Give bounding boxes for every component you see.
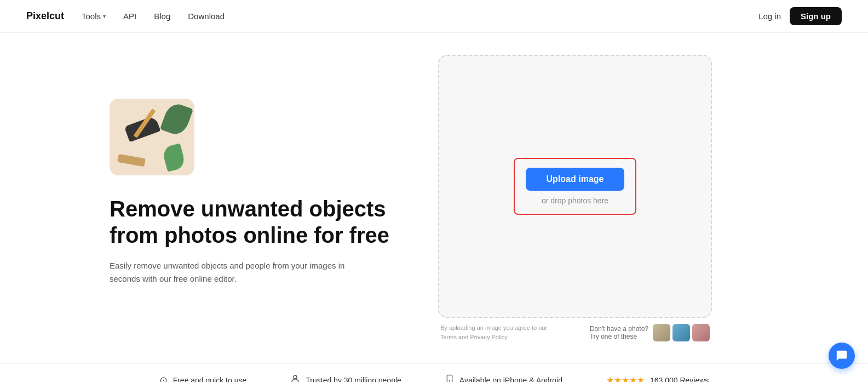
upload-box: Upload image or drop photos here xyxy=(514,158,636,215)
stat-reviews-text: 163,000 Reviews xyxy=(650,376,709,383)
hero-description: Easily remove unwanted objects and peopl… xyxy=(110,259,350,286)
stat-trusted: Trusted by 30 million people xyxy=(290,374,401,382)
nav-link-api[interactable]: API xyxy=(123,12,136,21)
no-photo-text: Don't have a photo? Try one of these xyxy=(590,325,648,340)
svg-point-0 xyxy=(294,375,297,379)
signup-button[interactable]: Sign up xyxy=(790,7,842,25)
stat-trusted-text: Trusted by 30 million people xyxy=(306,376,401,383)
stat-free-text: Free and quick to use xyxy=(173,376,247,383)
stat-free: ⊙ Free and quick to use xyxy=(159,374,247,383)
svg-point-2 xyxy=(449,380,450,381)
upload-section: Upload image or drop photos here By uplo… xyxy=(438,55,712,341)
no-photo-section: Don't have a photo? Try one of these xyxy=(590,324,710,341)
leaf2-decoration xyxy=(162,143,186,172)
login-button[interactable]: Log in xyxy=(758,12,781,21)
stat-mobile: Available on iPhone & Android xyxy=(445,374,562,382)
navbar: Pixelcut Tools ▾ API Blog Download Log i… xyxy=(0,0,868,33)
nav-link-blog[interactable]: Blog xyxy=(154,12,170,21)
upload-button[interactable]: Upload image xyxy=(526,168,624,191)
glasses-decoration xyxy=(117,154,146,167)
drop-text: or drop photos here xyxy=(542,196,608,205)
sample-thumb-1[interactable] xyxy=(653,324,670,341)
person-icon xyxy=(290,374,300,382)
stars-icon: ★★★★★ xyxy=(606,375,645,382)
hero-title: Remove unwanted objects from photos onli… xyxy=(110,196,394,248)
hero-section: Remove unwanted objects from photos onli… xyxy=(110,55,394,286)
stat-reviews: ★★★★★ 163,000 Reviews xyxy=(606,375,709,382)
upload-inner: Upload image or drop photos here xyxy=(514,158,636,215)
nav-link-tools[interactable]: Tools ▾ xyxy=(82,12,106,21)
hero-image-wrapper xyxy=(110,99,197,178)
logo[interactable]: Pixelcut xyxy=(26,10,64,22)
hero-image-inner xyxy=(110,99,194,175)
chevron-down-icon: ▾ xyxy=(103,13,106,19)
hero-image xyxy=(110,99,194,175)
stats-bar: ⊙ Free and quick to use Trusted by 30 mi… xyxy=(0,363,868,382)
upload-dropzone[interactable]: Upload image or drop photos here xyxy=(438,55,712,318)
sample-thumbnails xyxy=(653,324,710,341)
leaf1-decoration xyxy=(160,101,193,138)
main-content: Remove unwanted objects from photos onli… xyxy=(0,33,868,363)
stat-mobile-text: Available on iPhone & Android xyxy=(459,376,562,383)
sample-thumb-3[interactable] xyxy=(692,324,710,341)
phone-icon xyxy=(445,374,454,382)
nav-left: Pixelcut Tools ▾ API Blog Download xyxy=(26,10,225,22)
upload-terms: By uploading an image you agree to our T… xyxy=(440,323,550,341)
clock-icon: ⊙ xyxy=(159,374,168,383)
nav-right: Log in Sign up xyxy=(758,7,842,25)
nav-link-download[interactable]: Download xyxy=(188,12,225,21)
sample-thumb-2[interactable] xyxy=(672,324,690,341)
upload-footer: By uploading an image you agree to our T… xyxy=(438,323,712,341)
chat-bubble-button[interactable] xyxy=(829,343,855,369)
